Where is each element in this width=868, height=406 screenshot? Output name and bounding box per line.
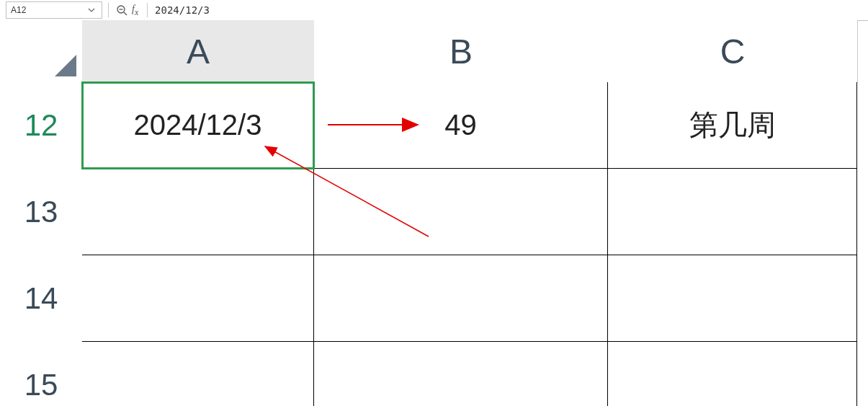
- cell-A13[interactable]: [82, 169, 314, 255]
- cell-B14[interactable]: [314, 255, 608, 342]
- column-header-A[interactable]: A: [82, 20, 315, 83]
- separator: [108, 3, 109, 17]
- select-all-corner[interactable]: [0, 20, 83, 83]
- chevron-down-icon[interactable]: [86, 6, 97, 14]
- formula-input[interactable]: 2024/12/3: [152, 4, 868, 16]
- formula-bar: A12 fx 2024/12/3: [0, 0, 868, 21]
- cell-B12[interactable]: 49: [314, 82, 608, 169]
- cell-B13[interactable]: [314, 169, 608, 255]
- name-box[interactable]: A12: [6, 1, 102, 19]
- fx-icon[interactable]: fx: [132, 4, 138, 17]
- name-box-value: A12: [11, 5, 86, 15]
- separator: [147, 3, 148, 17]
- cell-B15[interactable]: [314, 342, 608, 406]
- cell-C13[interactable]: [608, 169, 857, 255]
- row-header-13[interactable]: 13: [0, 169, 83, 256]
- cell-A12[interactable]: 2024/12/3: [82, 82, 314, 169]
- cell-A14[interactable]: [82, 255, 314, 342]
- row-header-14[interactable]: 14: [0, 255, 83, 343]
- cell-A15[interactable]: [82, 342, 314, 406]
- column-header-C[interactable]: C: [608, 20, 858, 83]
- column-header-B[interactable]: B: [314, 20, 609, 83]
- row-header-12[interactable]: 12: [0, 82, 83, 169]
- row-header-15[interactable]: 15: [0, 342, 83, 406]
- spreadsheet-grid: ABC 12131415 2024/12/349第几周: [0, 20, 868, 406]
- cell-C14[interactable]: [608, 255, 857, 342]
- cell-C15[interactable]: [608, 342, 857, 406]
- cell-C12[interactable]: 第几周: [608, 82, 857, 169]
- zoom-out-icon[interactable]: [115, 3, 129, 17]
- select-all-triangle-icon: [55, 55, 76, 76]
- svg-line-1: [124, 12, 127, 15]
